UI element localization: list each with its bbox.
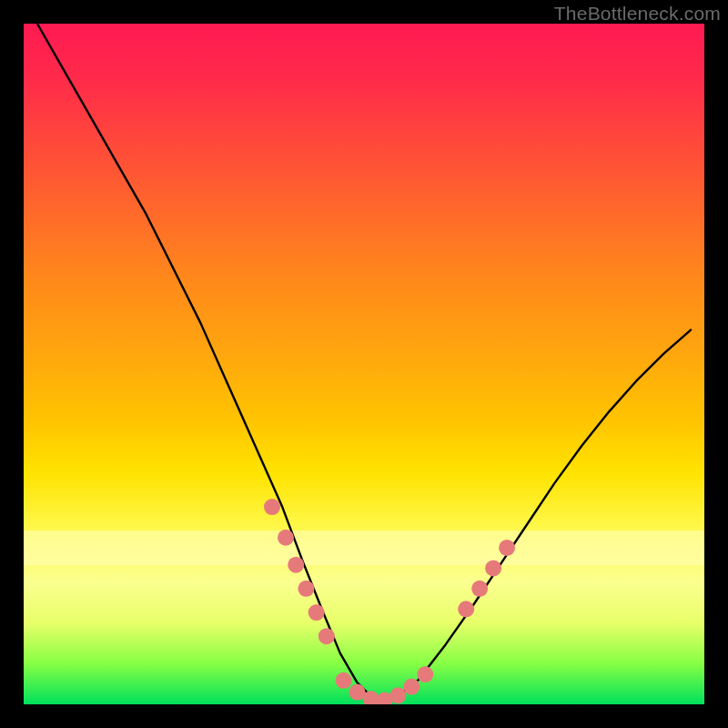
curve-line	[37, 24, 691, 702]
data-dots	[264, 499, 515, 704]
data-dot	[499, 540, 515, 556]
watermark-text: TheBottleneck.com	[554, 3, 721, 25]
data-dot	[278, 530, 294, 546]
data-dot	[403, 679, 420, 695]
data-dot	[318, 628, 335, 644]
data-dot	[458, 601, 474, 617]
data-dot	[417, 666, 433, 682]
data-dot	[264, 499, 280, 515]
data-dot	[485, 560, 501, 576]
data-dot	[308, 604, 325, 621]
data-dot	[471, 581, 488, 597]
chart-frame: TheBottleneck.com	[0, 0, 728, 728]
chart-svg	[24, 24, 704, 704]
data-dot	[288, 557, 304, 573]
data-dot	[336, 672, 352, 689]
data-dot	[389, 687, 406, 703]
data-dot	[298, 581, 314, 597]
plot-area	[24, 24, 704, 704]
